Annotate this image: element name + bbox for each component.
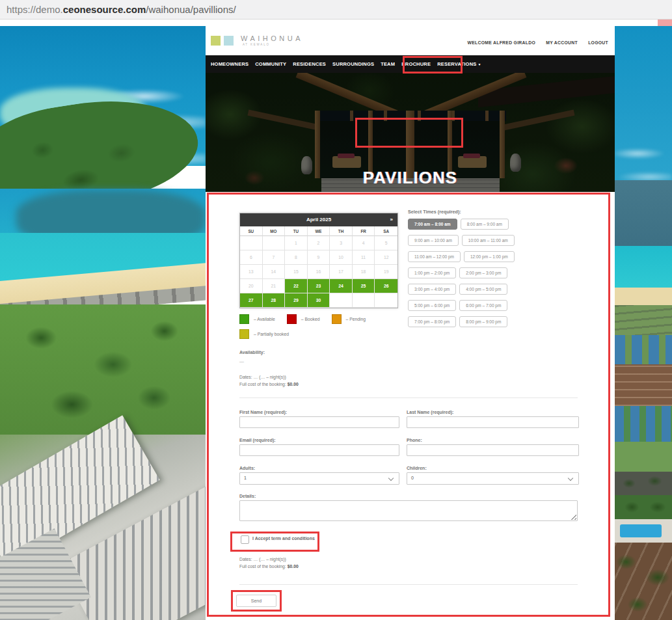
email-input[interactable]	[239, 444, 399, 456]
calendar-day-28[interactable]: 28	[263, 293, 286, 308]
time-slot-1-00-pm-2-00-pm[interactable]: 1:00 pm – 2:00 pm	[408, 267, 456, 278]
divider	[239, 398, 578, 398]
red-marker-strip	[658, 20, 672, 26]
time-slot-9-00-am-10-00-am[interactable]: 9:00 am – 10:00 am	[408, 235, 459, 246]
send-button[interactable]: Send	[236, 595, 276, 607]
nav-item-reservations[interactable]: RESERVATIONS▾	[437, 61, 481, 67]
adults-value: 1	[244, 476, 247, 480]
nav-item-team[interactable]: TEAM	[381, 61, 395, 67]
calendar-day-22[interactable]: 22	[285, 279, 308, 293]
calendar-day-20: 20	[240, 279, 263, 293]
calendar-day-grid: 1234567891011121314151617181920212223242…	[240, 236, 397, 308]
bg-rooftops	[615, 543, 672, 620]
cost-label: Full cost of the booking:	[239, 382, 286, 386]
dates-text: Dates: … (… – night(s))	[239, 557, 286, 561]
legend-item: – Partially booked	[239, 328, 289, 340]
last-name-input[interactable]	[407, 416, 579, 428]
bg-pool-water	[620, 524, 662, 537]
time-slot-12-00-pm-1-00-pm[interactable]: 12:00 pm – 1:00 pm	[464, 251, 515, 262]
legend-item: – Available	[239, 313, 275, 325]
browser-url-bar[interactable]: https://demo.ceonesource.com/waihonua/pa…	[0, 0, 672, 20]
calendar-dow-fr: FR	[353, 226, 375, 236]
logout-link[interactable]: LOGOUT	[588, 40, 608, 45]
calendar-day-23[interactable]: 23	[308, 279, 330, 293]
details-label: Details:	[239, 494, 256, 498]
children-label: Children:	[407, 466, 427, 470]
my-account-link[interactable]: MY ACCOUNT	[546, 40, 578, 45]
first-name-input[interactable]	[239, 416, 399, 428]
calendar-day-29[interactable]: 29	[285, 293, 308, 308]
user-menu: WELCOME ALFRED GIRALDO MY ACCOUNT LOGOUT	[458, 40, 608, 45]
time-slot-5-00-pm-6-00-pm[interactable]: 5:00 pm – 6:00 pm	[408, 300, 456, 311]
legend-item: – Pending	[332, 313, 366, 325]
page-title: PAVILIONS	[206, 168, 615, 188]
time-slot-4-00-pm-5-00-pm[interactable]: 4:00 pm – 5:00 pm	[459, 284, 507, 295]
details-textarea[interactable]	[239, 500, 578, 521]
time-slot-6-00-pm-7-00-pm[interactable]: 6:00 pm – 7:00 pm	[459, 300, 507, 311]
time-slot-8-00-am-9-00-am[interactable]: 8:00 am – 9:00 am	[461, 219, 509, 230]
calendar-day-21: 21	[263, 279, 286, 293]
bg-park	[0, 304, 206, 438]
bg-beach-sand	[615, 288, 672, 305]
legend-label: – Pending	[346, 317, 366, 321]
hero-banner: PAVILIONS	[206, 73, 615, 192]
url-text: https://demo.ceonesource.com/waihonua/pa…	[7, 4, 236, 15]
calendar-day-9: 9	[308, 250, 330, 265]
calendar-dow-mo: MO	[263, 226, 286, 236]
calendar-day-17: 17	[330, 265, 353, 279]
time-slot-10-00-am-11-00-am[interactable]: 10:00 am – 11:00 am	[462, 235, 515, 246]
calendar-day-13: 13	[240, 265, 263, 279]
background-photo-right	[615, 26, 672, 620]
terms-checkbox[interactable]	[241, 535, 249, 544]
time-slot-3-00-pm-4-00-pm[interactable]: 3:00 pm – 4:00 pm	[408, 284, 456, 295]
site-logo[interactable]: WAIHONUA AT KEWALO	[211, 34, 303, 51]
time-slot-8-00-pm-9-00-pm[interactable]: 8:00 pm – 9:00 pm	[459, 316, 507, 327]
legend-label: – Available	[254, 317, 275, 321]
availability-value: —	[239, 359, 244, 364]
cost-summary: Full cost of the booking: $0.00	[239, 382, 299, 386]
nav-item-residences[interactable]: RESIDENCES	[293, 61, 326, 67]
logo-square-green-icon	[211, 36, 221, 46]
calendar-day-19: 19	[375, 265, 397, 279]
divider	[239, 584, 578, 585]
url-path: /waihonua/pavillions/	[146, 4, 235, 15]
calendar-day-24[interactable]: 24	[330, 279, 353, 293]
legend-swatch	[239, 314, 249, 324]
calendar-day-2: 2	[308, 236, 330, 250]
calendar-next-icon[interactable]: »	[390, 213, 393, 226]
site-header: WAIHONUA AT KEWALO WELCOME ALFRED GIRALD…	[206, 26, 615, 55]
calendar-legend-row: – Available– Booked– Pending	[239, 312, 377, 325]
bg-tennis-courts	[615, 406, 672, 442]
time-slot-11-00-am-12-00-pm[interactable]: 11:00 am – 12:00 pm	[408, 251, 461, 262]
bg-brown-roof	[615, 364, 672, 406]
phone-input[interactable]	[407, 444, 579, 456]
legend-swatch	[332, 314, 342, 324]
calendar-day-empty	[263, 236, 286, 250]
time-slot-2-00-pm-3-00-pm[interactable]: 2:00 pm – 3:00 pm	[459, 267, 507, 278]
bg-tennis-courts	[615, 335, 672, 364]
terms-label: I Accept term and conditions	[252, 536, 315, 541]
adults-select[interactable]: 1	[239, 472, 399, 485]
children-value: 0	[411, 476, 414, 480]
phone-label: Phone:	[407, 438, 422, 442]
time-slot-7-00-pm-8-00-pm[interactable]: 7:00 pm – 8:00 pm	[408, 316, 456, 327]
dates-text: Dates: … (… – night(s))	[239, 375, 286, 379]
calendar-day-26[interactable]: 26	[375, 279, 397, 293]
children-select[interactable]: 0	[407, 472, 579, 485]
select-times-label: Select Times (required):	[408, 209, 461, 215]
calendar-day-empty	[330, 293, 353, 308]
calendar-day-25[interactable]: 25	[353, 279, 375, 293]
legend-label: – Booked	[301, 317, 320, 321]
calendar-day-empty	[353, 293, 375, 308]
calendar-day-30[interactable]: 30	[308, 293, 330, 308]
last-name-label: Last Name (required):	[407, 410, 453, 414]
time-slot-7-00-am-8-00-am[interactable]: 7:00 am – 8:00 am	[408, 219, 457, 230]
calendar-legend-row: – Partially booked	[239, 327, 301, 340]
legend-swatch	[239, 329, 249, 339]
nav-item-homeowners[interactable]: HOMEOWNERS	[211, 61, 249, 67]
nav-item-brochure[interactable]: BROCHURE	[401, 61, 431, 67]
nav-item-surroundings[interactable]: SURROUNDINGS	[332, 61, 374, 67]
nav-item-community[interactable]: COMMUNITY	[255, 61, 286, 67]
calendar-day-27[interactable]: 27	[240, 293, 263, 308]
logo-square-blue-icon	[224, 36, 234, 46]
